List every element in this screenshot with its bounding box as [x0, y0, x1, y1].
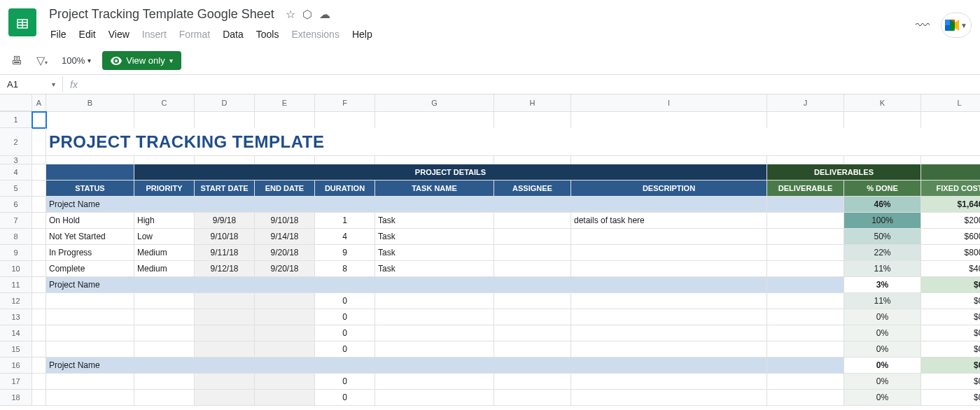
cell[interactable] — [767, 390, 844, 406]
cell[interactable] — [32, 309, 46, 325]
cell[interactable] — [134, 341, 195, 358]
cell[interactable] — [571, 261, 767, 277]
cell[interactable] — [255, 112, 315, 128]
row-header-3[interactable]: 3 — [0, 156, 32, 164]
cell[interactable]: Complete — [46, 261, 134, 277]
menu-file[interactable]: File — [45, 26, 72, 43]
cell[interactable] — [255, 374, 315, 390]
cell[interactable] — [571, 374, 767, 390]
cell[interactable]: $600.00 — [921, 229, 980, 245]
cell[interactable]: $200.00 — [921, 213, 980, 229]
cell[interactable]: 9/12/18 — [195, 261, 255, 277]
row-header-18[interactable]: 18 — [0, 390, 32, 406]
cell[interactable] — [571, 390, 767, 406]
cell[interactable]: PRIORITY — [134, 181, 195, 197]
cell[interactable]: Not Yet Started — [46, 229, 134, 245]
cell[interactable]: Low — [134, 229, 195, 245]
row-header-8[interactable]: 8 — [0, 229, 32, 245]
cell[interactable]: $1,640.00 — [921, 197, 980, 213]
cell[interactable] — [494, 325, 571, 341]
cell[interactable]: 0 — [315, 341, 375, 358]
menu-view[interactable]: View — [103, 26, 135, 43]
cell[interactable] — [494, 245, 571, 261]
row-header-5[interactable]: 5 — [0, 181, 32, 197]
row-header-9[interactable]: 9 — [0, 245, 32, 261]
cell[interactable] — [32, 197, 46, 213]
cell[interactable]: ASSIGNEE — [494, 181, 571, 197]
column-header-D[interactable]: D — [195, 94, 255, 111]
cell[interactable]: $800.00 — [921, 245, 980, 261]
row-header-12[interactable]: 12 — [0, 293, 32, 309]
cell[interactable]: $0.00 — [921, 390, 980, 406]
menu-format[interactable]: Format — [174, 26, 216, 43]
cell[interactable] — [571, 293, 767, 309]
cell[interactable] — [134, 293, 195, 309]
cell[interactable] — [767, 293, 844, 309]
name-box[interactable]: A1▾ — [0, 76, 63, 92]
cell[interactable]: 0% — [844, 341, 921, 358]
column-header-I[interactable]: I — [571, 94, 767, 111]
cell[interactable] — [32, 213, 46, 229]
cell[interactable] — [571, 229, 767, 245]
cell[interactable] — [767, 277, 844, 293]
cell[interactable] — [767, 261, 844, 277]
cell[interactable] — [494, 213, 571, 229]
column-header-A[interactable]: A — [32, 94, 46, 111]
cell[interactable]: STATUS — [46, 181, 134, 197]
select-all-corner[interactable] — [0, 94, 32, 111]
cell[interactable]: TASK NAME — [375, 181, 494, 197]
cell[interactable]: 11% — [844, 261, 921, 277]
cell[interactable]: Project Name — [46, 277, 767, 293]
cell[interactable] — [571, 112, 767, 128]
menu-edit[interactable]: Edit — [74, 26, 102, 43]
cell[interactable] — [32, 181, 46, 197]
cell[interactable]: 46% — [844, 197, 921, 213]
cell[interactable]: DELIVERABLE — [767, 181, 844, 197]
cell[interactable]: $0.00 — [921, 325, 980, 341]
cell[interactable] — [375, 341, 494, 358]
cell[interactable] — [767, 325, 844, 341]
cloud-icon[interactable]: ☁ — [319, 8, 330, 21]
cell[interactable] — [571, 325, 767, 341]
cell[interactable]: 0 — [315, 390, 375, 406]
cell[interactable] — [767, 229, 844, 245]
cell[interactable]: 0 — [315, 325, 375, 341]
column-header-J[interactable]: J — [767, 94, 844, 111]
cell[interactable] — [255, 390, 315, 406]
cell[interactable]: 0% — [844, 374, 921, 390]
cell[interactable] — [46, 164, 134, 181]
column-header-F[interactable]: F — [315, 94, 375, 111]
cell[interactable] — [195, 325, 255, 341]
zoom-selector[interactable]: 100%▾ — [59, 52, 94, 69]
cell[interactable]: 50% — [844, 229, 921, 245]
row-header-15[interactable]: 15 — [0, 341, 32, 358]
cell[interactable]: On Hold — [46, 213, 134, 229]
cell[interactable] — [571, 341, 767, 358]
move-icon[interactable]: ⬡ — [302, 8, 312, 21]
cell[interactable] — [32, 112, 46, 128]
trend-icon[interactable]: 〰 — [916, 17, 930, 34]
cell[interactable] — [494, 261, 571, 277]
cell[interactable]: FIXED COST — [921, 181, 980, 197]
cell[interactable]: 0% — [844, 309, 921, 325]
cell[interactable]: PROJECT DETAILS — [134, 164, 767, 181]
cell[interactable]: DELIVERABLES — [767, 164, 921, 181]
menu-help[interactable]: Help — [346, 26, 378, 43]
cell[interactable] — [195, 156, 255, 164]
cell[interactable]: 4 — [315, 229, 375, 245]
menu-insert[interactable]: Insert — [136, 26, 172, 43]
cell[interactable] — [46, 293, 134, 309]
cell[interactable] — [32, 341, 46, 358]
cell[interactable]: $40.00 — [921, 261, 980, 277]
cell[interactable] — [494, 293, 571, 309]
cell[interactable] — [375, 112, 494, 128]
cell[interactable]: 9/20/18 — [255, 261, 315, 277]
cell[interactable]: 9/9/18 — [195, 213, 255, 229]
cell[interactable] — [32, 293, 46, 309]
row-header-17[interactable]: 17 — [0, 374, 32, 390]
cell[interactable]: END DATE — [255, 181, 315, 197]
cell[interactable] — [32, 245, 46, 261]
cell[interactable] — [494, 112, 571, 128]
cell[interactable]: Medium — [134, 261, 195, 277]
row-header-11[interactable]: 11 — [0, 277, 32, 293]
